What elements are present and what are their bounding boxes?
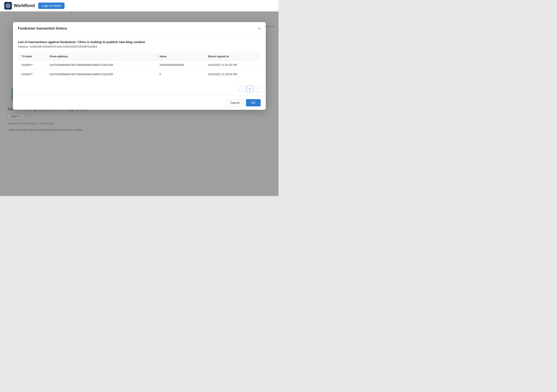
- col-block-signed: Block signed at: [205, 53, 261, 60]
- table-header-row: Tx hash From address Value Block signed …: [18, 53, 261, 60]
- col-from-address: From address: [46, 53, 156, 60]
- next-page-button[interactable]: ›: [254, 86, 261, 92]
- modal-body: List of transactions against fundraiser:…: [13, 35, 266, 82]
- transaction-table: Tx hash From address Value Block signed …: [18, 52, 261, 79]
- col-tx-hash: Tx hash: [18, 53, 46, 60]
- logo-area: Worldfund: [4, 2, 35, 9]
- from-address-cell: 0xd7e02fb8a60e78071d69ded9eb1b89e372ee22…: [46, 60, 156, 70]
- col-value: Value: [156, 53, 205, 60]
- page-1-button[interactable]: 1: [247, 86, 253, 92]
- block-signed-cell: 6/25/2022 11:41:30 PM: [205, 60, 261, 70]
- table-row: 0x0ab3** 0xd7e02fb8a60e78071d69ded9eb1b8…: [18, 70, 261, 79]
- tx-hash-cell: 0xd5b8**: [18, 60, 46, 70]
- transaction-fundraiser-label: List of transactions against fundraiser:…: [18, 40, 261, 44]
- pagination: ‹ 1 ›: [13, 82, 266, 96]
- site-title: Worldfund: [14, 3, 35, 8]
- table-row: 0xd5b8** 0xd7e02fb8a60e78071d69ded9eb1b8…: [18, 60, 261, 70]
- modal-close-button[interactable]: ×: [258, 26, 261, 31]
- modal-title: Fundraiser transaction history: [18, 26, 67, 30]
- logo-icon: [4, 2, 12, 9]
- tx-hash-cell: 0x0ab3**: [18, 70, 46, 79]
- fundraiser-address: Address: 0x58D2BC55DdD5CFe63113994208972…: [18, 45, 261, 48]
- ok-button[interactable]: OK: [246, 99, 261, 106]
- prev-page-button[interactable]: ‹: [239, 86, 245, 92]
- from-address-cell: 0xd7e02fb8a60e78071d69ded9eb1b89e372ee22…: [46, 70, 156, 79]
- value-cell: 0: [156, 70, 205, 79]
- value-cell: 1000000000000000: [156, 60, 205, 70]
- block-signed-cell: 6/25/2022 11:34:53 PM: [205, 70, 261, 79]
- cancel-button[interactable]: Cancel: [226, 99, 244, 106]
- login-to-wallet-button[interactable]: Login to Wallet: [38, 3, 65, 9]
- modal-header: Fundraiser transaction history ×: [13, 22, 266, 35]
- header: Worldfund Login to Wallet: [0, 0, 278, 11]
- transaction-history-modal: Fundraiser transaction history × List of…: [13, 22, 266, 110]
- modal-footer: Cancel OK: [13, 96, 266, 110]
- modal-backdrop: Fundraiser transaction history × List of…: [0, 11, 278, 196]
